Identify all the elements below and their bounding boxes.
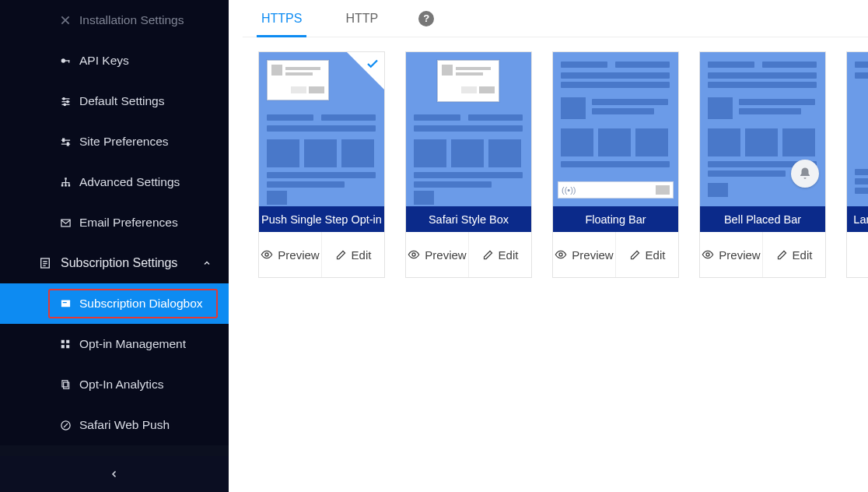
svg-rect-21 <box>64 382 69 388</box>
svg-point-28 <box>559 253 562 256</box>
sidebar-item-safari-web-push[interactable]: Safari Web Push <box>0 405 229 445</box>
card-bell-placed-bar[interactable]: Bell Placed Bar Preview Edit <box>699 51 826 278</box>
svg-rect-15 <box>62 302 66 303</box>
eye-icon <box>408 248 420 261</box>
svg-rect-7 <box>67 142 68 146</box>
chevron-up-icon <box>202 258 212 268</box>
card-thumbnail: ((•)) <box>553 52 678 206</box>
edit-button[interactable]: Edit <box>321 232 384 277</box>
pencil-icon <box>335 249 347 261</box>
svg-rect-11 <box>68 184 70 187</box>
eye-icon <box>702 248 714 261</box>
sidebar-item-api-keys[interactable]: API Keys <box>0 40 229 81</box>
sliders-icon <box>59 95 72 107</box>
sidebar-collapse-button[interactable] <box>0 456 229 492</box>
card-title: Safari Style Box <box>406 206 531 232</box>
edit-button[interactable]: Edit <box>468 232 531 277</box>
dialog-icon <box>59 297 72 310</box>
svg-rect-18 <box>61 345 65 348</box>
sidebar-item-advanced-settings[interactable]: Advanced Settings <box>0 162 229 202</box>
tab-http[interactable]: HTTP <box>342 0 381 37</box>
checklist-icon <box>39 257 51 269</box>
svg-rect-2 <box>68 60 69 62</box>
preview-button[interactable]: Preview <box>406 232 468 277</box>
card-title: Push Single Step Opt-in <box>259 206 384 232</box>
card-thumbnail <box>259 52 384 206</box>
svg-rect-6 <box>62 139 64 142</box>
svg-rect-8 <box>65 177 67 180</box>
sidebar-item-label: Subscription Dialogbox <box>59 297 203 311</box>
sidebar-item-email-preferences[interactable]: Email Preferences <box>0 202 229 243</box>
sidebar: Installation Settings API Keys Default S… <box>0 0 229 492</box>
sidebar-item-label: Installation Settings <box>59 13 184 27</box>
svg-rect-17 <box>66 340 69 343</box>
svg-rect-10 <box>65 184 67 187</box>
sidebar-item-label: Safari Web Push <box>59 418 170 432</box>
sidebar-item-site-preferences[interactable]: Site Preferences <box>0 121 229 162</box>
svg-point-27 <box>412 253 415 256</box>
copy-icon <box>59 378 72 391</box>
pencil-icon <box>629 249 641 261</box>
key-icon <box>59 54 72 67</box>
sidebar-item-label: Opt-In Analytics <box>59 378 164 392</box>
preview-button[interactable]: Preview <box>700 232 762 277</box>
tab-https[interactable]: HTTPS <box>258 0 305 37</box>
close-icon <box>59 14 72 26</box>
envelope-icon <box>59 216 72 229</box>
sidebar-item-label: Site Preferences <box>59 135 169 149</box>
sidebar-item-default-settings[interactable]: Default Settings <box>0 81 229 121</box>
svg-point-5 <box>64 104 66 106</box>
card-thumbnail <box>847 52 868 206</box>
card-title: Bell Placed Bar <box>700 206 825 232</box>
chevron-left-icon <box>110 469 119 479</box>
tabs: HTTPS HTTP ? <box>243 0 868 37</box>
card-safari-style-box[interactable]: Safari Style Box Preview Edit <box>405 51 532 278</box>
hierarchy-icon <box>59 176 72 188</box>
edit-button[interactable]: Edit <box>615 232 678 277</box>
sidebar-item-label: Opt-in Management <box>59 337 186 351</box>
svg-rect-16 <box>61 340 65 343</box>
eye-icon <box>261 248 273 261</box>
help-button[interactable]: ? <box>418 11 434 26</box>
sidebar-section-label: Subscription Settings <box>39 256 177 270</box>
card-title: Floating Bar <box>553 206 678 232</box>
floating-bar-mock: ((•)) <box>558 181 674 199</box>
bell-icon <box>791 160 819 188</box>
svg-rect-9 <box>61 184 63 187</box>
preview-button[interactable]: Preview <box>259 232 321 277</box>
card-title: Large Safari Style Box <box>847 206 868 232</box>
svg-point-3 <box>62 97 65 100</box>
sidebar-item-optin-analytics[interactable]: Opt-In Analytics <box>0 364 229 405</box>
pencil-icon <box>776 249 788 261</box>
main-content: HTTPS HTTP ? <box>229 0 868 492</box>
grid-icon <box>59 338 72 350</box>
eye-icon <box>555 248 567 261</box>
sidebar-item-label: Email Preferences <box>59 216 178 230</box>
pencil-icon <box>482 249 494 261</box>
svg-rect-20 <box>62 381 68 387</box>
svg-point-4 <box>66 100 68 103</box>
edit-button[interactable]: Edit <box>762 232 825 277</box>
card-floating-bar[interactable]: ((•)) Floating Bar Preview Edit <box>552 51 679 278</box>
card-thumbnail <box>406 52 531 206</box>
preview-button[interactable]: Preview <box>553 232 615 277</box>
svg-point-26 <box>265 253 268 256</box>
svg-point-29 <box>706 253 709 256</box>
card-push-single-step[interactable]: Push Single Step Opt-in Preview Edit <box>258 51 385 278</box>
sidebar-item-installation-settings[interactable]: Installation Settings <box>0 0 229 40</box>
sidebar-item-subscription-dialogbox[interactable]: Subscription Dialogbox <box>0 283 229 324</box>
svg-rect-19 <box>66 345 69 348</box>
sidebar-item-optin-management[interactable]: Opt-in Management <box>0 324 229 364</box>
settings-icon <box>59 135 72 148</box>
sidebar-item-label: Advanced Settings <box>59 175 180 189</box>
broadcast-icon: ((•)) <box>562 185 576 195</box>
sidebar-section-subscription-settings[interactable]: Subscription Settings <box>0 243 229 283</box>
card-thumbnail <box>700 52 825 206</box>
safari-icon <box>59 419 72 431</box>
check-icon <box>366 57 380 71</box>
sidebar-item-label: Default Settings <box>59 94 164 108</box>
card-grid: Push Single Step Opt-in Preview Edit <box>243 37 868 292</box>
card-large-safari-style-box[interactable]: Large Safari Style Box <box>846 51 868 278</box>
svg-rect-14 <box>61 300 69 307</box>
